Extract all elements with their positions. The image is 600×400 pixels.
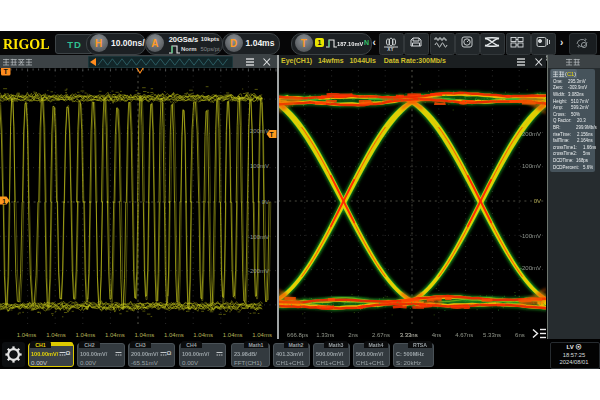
svg-text:T: T <box>270 131 274 138</box>
svg-text:1.04ms: 1.04ms <box>76 332 96 338</box>
svg-text:2ns: 2ns <box>348 332 358 338</box>
svg-text:200mV: 200mV <box>250 128 269 134</box>
svg-text:T: T <box>4 68 9 75</box>
svg-text:1.04ms: 1.04ms <box>17 332 37 338</box>
svg-text:100mV: 100mV <box>250 163 269 169</box>
svg-text:1: 1 <box>2 198 6 205</box>
svg-text:-200mV: -200mV <box>248 268 269 274</box>
svg-text:200mV: 200mV <box>522 131 541 137</box>
svg-text:-200mV: -200mV <box>520 265 541 271</box>
svg-text:1.04ms: 1.04ms <box>164 332 184 338</box>
svg-text:3.33ns: 3.33ns <box>400 332 418 338</box>
svg-text:666.8ps: 666.8ps <box>287 332 308 338</box>
svg-text:1.04ms: 1.04ms <box>193 332 213 338</box>
svg-text:4ns: 4ns <box>432 332 442 338</box>
svg-text:0V: 0V <box>262 199 269 205</box>
svg-text:0V: 0V <box>534 198 541 204</box>
svg-text:2.67ns: 2.67ns <box>372 332 390 338</box>
svg-text:-100mV: -100mV <box>248 234 269 240</box>
svg-text:6ns: 6ns <box>515 332 525 338</box>
svg-text:100mV: 100mV <box>522 163 541 169</box>
svg-text:1.04ms: 1.04ms <box>46 332 66 338</box>
svg-text:-100mV: -100mV <box>520 233 541 239</box>
svg-text:1.04ms: 1.04ms <box>223 332 243 338</box>
svg-text:1.33ns: 1.33ns <box>316 332 334 338</box>
svg-text:5.33ns: 5.33ns <box>483 332 501 338</box>
svg-text:1.04ms: 1.04ms <box>105 332 125 338</box>
svg-text:4.67ns: 4.67ns <box>455 332 473 338</box>
svg-text:1.04ms: 1.04ms <box>252 332 272 338</box>
svg-text:1.04ms: 1.04ms <box>134 332 154 338</box>
